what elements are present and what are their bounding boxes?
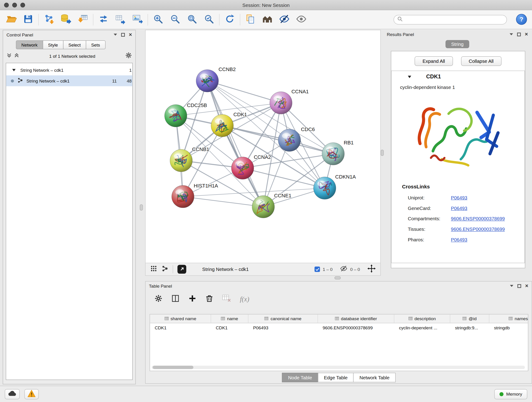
search-box[interactable]: [394, 15, 507, 24]
table-cell[interactable]: cyclin-dependent ...: [394, 323, 450, 332]
hide-graphics-details-button[interactable]: [276, 12, 293, 27]
maximize-panel-icon[interactable]: [517, 284, 521, 288]
zoom-selected-button[interactable]: [201, 12, 217, 27]
close-window-button[interactable]: [4, 2, 9, 7]
tab-string[interactable]: String: [445, 40, 469, 48]
table-cell[interactable]: CDK1: [150, 323, 211, 332]
warnings-button[interactable]: [25, 389, 39, 399]
network-canvas[interactable]: CCNB2CCNA1CDC25BCDK1CDC6RB1CCNB1CCNA2CDK…: [146, 30, 380, 263]
collapse-all-icon[interactable]: [6, 53, 12, 60]
expand-all-icon[interactable]: [14, 53, 19, 60]
splitter-handle[interactable]: [140, 204, 143, 211]
column-header[interactable]: namespace: [489, 314, 528, 323]
network-edge[interactable]: [183, 197, 263, 207]
tree-disclosure-icon[interactable]: [12, 69, 16, 71]
network-node[interactable]: [196, 70, 219, 92]
maximize-panel-icon[interactable]: [121, 33, 125, 36]
network-node[interactable]: [172, 185, 194, 208]
clone-network-button[interactable]: [242, 12, 259, 27]
float-panel-icon[interactable]: [510, 33, 513, 35]
tab-sets[interactable]: Sets: [86, 40, 105, 49]
search-input[interactable]: [405, 17, 503, 22]
crosslink-link[interactable]: P06493: [451, 237, 467, 242]
houses-button[interactable]: [259, 12, 276, 27]
import-network-database-button[interactable]: [57, 12, 74, 27]
network-from-table-button[interactable]: [112, 12, 129, 27]
crosslink-link[interactable]: 9606.ENSP00000378699: [451, 226, 505, 232]
import-table-button[interactable]: [74, 12, 91, 27]
network-node[interactable]: [313, 177, 336, 199]
network-node[interactable]: [165, 104, 187, 127]
close-panel-icon[interactable]: ×: [525, 32, 528, 37]
table-cell[interactable]: stringdb:9...: [450, 323, 489, 332]
open-session-button[interactable]: [3, 12, 20, 27]
float-panel-icon[interactable]: [114, 34, 117, 36]
column-header[interactable]: description: [394, 314, 450, 323]
share-network-icon[interactable]: [162, 265, 168, 274]
expand-all-button[interactable]: Expand All: [415, 56, 453, 66]
network-edge[interactable]: [207, 81, 281, 103]
network-node[interactable]: [252, 196, 274, 218]
selected-checkbox-icon[interactable]: [315, 267, 320, 272]
table-cell[interactable]: CDK1: [211, 323, 248, 332]
close-panel-icon[interactable]: ×: [129, 32, 132, 37]
zoom-window-button[interactable]: [20, 2, 25, 7]
float-panel-icon[interactable]: [510, 285, 513, 287]
table-cell[interactable]: 9606.ENSP00000378699: [318, 323, 394, 332]
tab-edge-table[interactable]: Edge Table: [318, 373, 354, 382]
cloud-status-button[interactable]: [5, 389, 20, 399]
import-network-file-button[interactable]: [40, 12, 57, 27]
table-cell[interactable]: P06493: [248, 323, 318, 332]
scrollbar-thumb[interactable]: [152, 366, 193, 369]
crosslink-link[interactable]: P06493: [451, 205, 467, 211]
network-node[interactable]: [170, 149, 192, 172]
maximize-panel-icon[interactable]: [517, 32, 520, 36]
network-node[interactable]: [322, 143, 344, 165]
show-columns-icon[interactable]: [171, 294, 180, 304]
gene-card-header[interactable]: CDK1: [392, 71, 525, 83]
network-node[interactable]: [278, 129, 301, 152]
collapse-all-button[interactable]: Collapse All: [461, 56, 501, 66]
column-header[interactable]: canonical name: [248, 314, 318, 323]
column-header[interactable]: shared name: [150, 314, 211, 323]
table-row[interactable]: CDK1CDK1P064939606.ENSP00000378699cyclin…: [150, 323, 528, 332]
tab-node-table[interactable]: Node Table: [282, 373, 318, 382]
table-cell[interactable]: stringdb: [489, 323, 528, 332]
delete-column-trash-icon[interactable]: [205, 294, 214, 304]
hidden-eye-icon[interactable]: [340, 265, 348, 274]
network-node[interactable]: [211, 114, 234, 137]
apply-layout-button[interactable]: [95, 12, 112, 27]
zoom-in-button[interactable]: [150, 12, 167, 27]
network-row-selected[interactable]: String Network – cdk1 11 48: [6, 75, 133, 86]
refresh-button[interactable]: [221, 12, 238, 27]
network-edge[interactable]: [222, 126, 333, 154]
collapse-gene-icon[interactable]: [408, 76, 411, 78]
gear-icon[interactable]: [125, 52, 132, 60]
function-builder-button[interactable]: f(x): [240, 295, 249, 303]
save-session-button[interactable]: [20, 12, 37, 27]
add-column-icon[interactable]: [188, 294, 196, 304]
network-collection-row[interactable]: String Network – cdk1 1: [6, 64, 133, 75]
column-header[interactable]: @id: [450, 314, 489, 323]
close-panel-icon[interactable]: ×: [525, 283, 528, 288]
tab-network[interactable]: Network: [16, 40, 43, 49]
column-header[interactable]: name: [211, 314, 248, 323]
network-node[interactable]: [270, 92, 292, 114]
crosslink-link[interactable]: P06493: [451, 195, 467, 200]
column-header[interactable]: database identifier: [318, 314, 394, 323]
zoom-out-button[interactable]: [167, 12, 184, 27]
detach-view-button[interactable]: [177, 265, 186, 274]
export-image-button[interactable]: [129, 12, 146, 27]
network-node[interactable]: [231, 157, 254, 179]
pan-crosshair-icon[interactable]: [367, 264, 376, 274]
table-settings-gear-icon[interactable]: [154, 294, 163, 304]
tab-network-table[interactable]: Network Table: [353, 373, 395, 382]
zoom-fit-button[interactable]: [184, 12, 201, 27]
grid-view-icon[interactable]: [150, 265, 157, 274]
horizontal-scrollbar[interactable]: [152, 366, 525, 369]
splitter-handle[interactable]: [381, 150, 384, 156]
show-graphics-details-button[interactable]: [293, 12, 310, 27]
memory-button[interactable]: Memory: [494, 389, 527, 399]
help-button[interactable]: ?: [516, 14, 527, 25]
tab-select[interactable]: Select: [63, 40, 86, 49]
